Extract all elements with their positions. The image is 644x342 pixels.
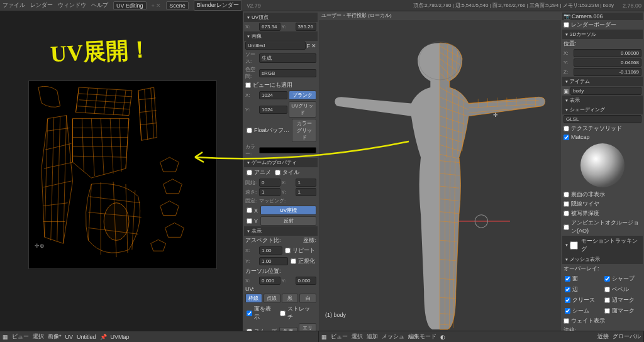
- cursor-2d-icon: ✛⊕: [35, 243, 45, 249]
- version-label: v2.79: [247, 3, 261, 9]
- renderer-selector[interactable]: Blenderレンダー: [194, 0, 242, 11]
- render-border-checkbox[interactable]: [564, 22, 569, 28]
- colorspace-dropdown[interactable]: sRGB: [259, 69, 316, 77]
- menu-help[interactable]: ヘルプ: [91, 1, 108, 9]
- snap-mode[interactable]: 近接: [597, 333, 609, 341]
- camera-name: Camera.006: [572, 13, 603, 19]
- mapping-uv-button[interactable]: UV座標: [260, 206, 316, 215]
- cursor-3d-icon: ✛: [493, 112, 498, 118]
- version-badge: 2.78.00: [623, 3, 641, 9]
- image-unlink-icon[interactable]: ✕: [311, 43, 316, 49]
- mapping-refl-button[interactable]: 反射: [260, 216, 316, 226]
- view-alpha-checkbox[interactable]: [245, 82, 251, 88]
- img-x-field[interactable]: 1024: [259, 91, 287, 99]
- color-swatch[interactable]: [259, 147, 316, 153]
- scene-stats: 頂点:2,780/2,780 | 辺:5,540/5,540 | 面:2,766…: [413, 2, 614, 9]
- cursor-z[interactable]: -0.11869: [574, 68, 641, 76]
- section-image[interactable]: 画像: [244, 31, 318, 41]
- camera-icon: 📷: [564, 13, 570, 19]
- annotation-text: UV展開！: [50, 34, 152, 70]
- section-display[interactable]: 表示: [244, 226, 318, 236]
- n-panel: 📷Camera.006 レンダーボーダー 3Dカーソル 位置: X:0.0000…: [561, 11, 644, 331]
- uv-editor-viewport[interactable]: UV展開！: [0, 11, 242, 331]
- uv-menu-select[interactable]: 選択: [33, 333, 44, 341]
- matcap-checkbox[interactable]: [564, 135, 569, 140]
- uv-image-canvas[interactable]: [28, 80, 217, 269]
- cursor-x[interactable]: 0.00000: [574, 49, 641, 57]
- menu-window[interactable]: ウィンドウ: [58, 1, 86, 9]
- view3d-header-label: ユーザー・平行投影 (ローカル): [319, 11, 561, 20]
- svg-point-0: [104, 203, 129, 241]
- 3d-viewport[interactable]: ユーザー・平行投影 (ローカル): [319, 11, 561, 331]
- shading-mode-dropdown[interactable]: GLSL: [564, 115, 641, 123]
- section-shading[interactable]: シェーディング: [562, 105, 643, 114]
- texsolid-checkbox[interactable]: [564, 126, 569, 131]
- matcap-preview[interactable]: [580, 143, 625, 187]
- layout-selector[interactable]: UV Editing: [113, 1, 147, 10]
- section-game-props[interactable]: ゲームのプロパティ: [244, 158, 318, 167]
- uv-image-selector[interactable]: Untitled: [77, 334, 96, 340]
- tile-checkbox[interactable]: [275, 170, 280, 175]
- uv-y-field[interactable]: 395.26: [296, 23, 317, 31]
- draw-outline-button[interactable]: 枠線: [245, 294, 262, 303]
- section-3dcursor[interactable]: 3Dカーソル: [562, 30, 643, 39]
- uvgrid-button[interactable]: UVグリッド: [289, 101, 317, 118]
- cursor-y[interactable]: 0.04668: [574, 58, 641, 67]
- source-dropdown[interactable]: 生成: [259, 53, 316, 63]
- uv-menu-view[interactable]: ビュー: [12, 333, 29, 341]
- uv-properties-panel: UV頂点 X:673.34Y:395.26 画像 UntitledF✕ ソース:…: [242, 11, 319, 331]
- uvmap-selector[interactable]: UVMap: [111, 334, 130, 340]
- section-uv-vertex[interactable]: UV頂点: [244, 13, 318, 22]
- uv-x-field[interactable]: 673.34: [259, 23, 280, 31]
- img-y-field[interactable]: 1024: [259, 106, 287, 114]
- section-view[interactable]: 表示: [562, 96, 643, 105]
- colorgrid-button[interactable]: カラーグリッド: [292, 119, 316, 142]
- section-motion-track[interactable]: モーショントラッキング: [562, 236, 643, 255]
- item-name-field[interactable]: body: [570, 87, 641, 95]
- uv-menu-uv[interactable]: UV: [65, 334, 74, 340]
- section-item[interactable]: アイテム: [562, 77, 643, 86]
- scene-selector[interactable]: Scene: [166, 1, 189, 10]
- uv-menu-image[interactable]: 画像*: [48, 333, 62, 341]
- menu-file[interactable]: ファイル: [3, 1, 25, 9]
- mesh-icon: ▣: [564, 88, 569, 94]
- pin-icon[interactable]: 📌: [100, 334, 107, 340]
- menu-render[interactable]: レンダー: [30, 1, 53, 9]
- editor-type-icon[interactable]: ▦: [3, 334, 8, 340]
- top-menu-bar: ファイル レンダー ウィンドウ ヘルプ UV Editing + ✕ Scene…: [0, 0, 644, 11]
- float-checkbox[interactable]: [247, 128, 252, 133]
- section-mesh-display[interactable]: メッシュ表示: [562, 255, 643, 264]
- blank-button[interactable]: ブランク: [289, 91, 317, 100]
- image-browse-icon[interactable]: F: [307, 43, 311, 49]
- object-name-label: (1) body: [325, 312, 346, 318]
- image-name-field[interactable]: Untitled: [245, 41, 306, 50]
- orientation-selector[interactable]: グローバル: [613, 333, 641, 341]
- anime-checkbox[interactable]: [247, 170, 252, 175]
